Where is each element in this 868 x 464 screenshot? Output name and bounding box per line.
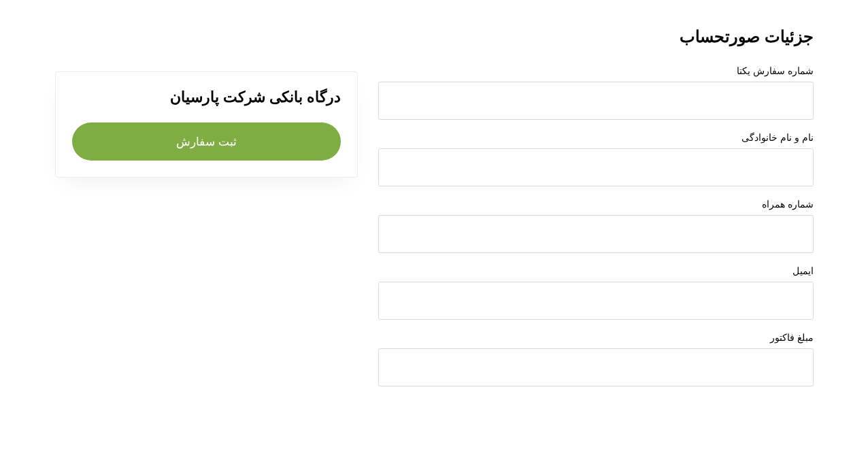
invoice-amount-group: مبلغ فاکتور <box>378 332 814 386</box>
payment-sidebar: درگاه بانکی شرکت پارسیان ثبت سفارش <box>55 27 358 399</box>
order-number-label: شماره سفارش یکتا <box>378 65 814 76</box>
submit-order-button[interactable]: ثبت سفارش <box>72 122 341 161</box>
order-number-group: شماره سفارش یکتا <box>378 65 814 120</box>
payment-gateway-card: درگاه بانکی شرکت پارسیان ثبت سفارش <box>55 71 358 178</box>
email-label: ایمیل <box>378 265 814 276</box>
mobile-input[interactable] <box>378 215 814 253</box>
mobile-group: شماره همراه <box>378 199 814 253</box>
billing-details-form: جزئیات صورتحساب شماره سفارش یکتا نام و ن… <box>378 27 814 399</box>
invoice-amount-input[interactable] <box>378 348 814 386</box>
full-name-label: نام و نام خانوادگی <box>378 132 814 143</box>
invoice-amount-label: مبلغ فاکتور <box>378 332 814 343</box>
mobile-label: شماره همراه <box>378 199 814 210</box>
page-title: جزئیات صورتحساب <box>378 27 814 46</box>
full-name-group: نام و نام خانوادگی <box>378 132 814 186</box>
email-group: ایمیل <box>378 265 814 320</box>
payment-gateway-title: درگاه بانکی شرکت پارسیان <box>72 88 341 106</box>
email-input[interactable] <box>378 282 814 320</box>
order-number-input[interactable] <box>378 82 814 120</box>
full-name-input[interactable] <box>378 148 814 186</box>
